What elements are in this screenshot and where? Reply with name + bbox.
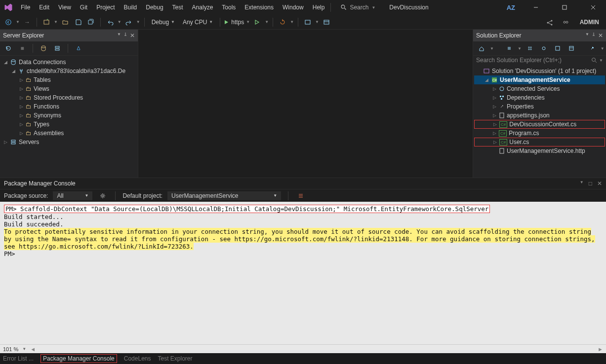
switch-view-button[interactable]	[504, 43, 515, 54]
chevron-down-icon[interactable]: ▼	[599, 58, 603, 63]
browse-button[interactable]	[302, 17, 313, 28]
tab-test-explorer[interactable]: Test Explorer	[158, 355, 193, 362]
tree-node-connection[interactable]: ◢ctndell9bhx783\localdb#a371dac6.De	[1, 67, 137, 75]
stop-button[interactable]: ■	[17, 43, 28, 54]
close-icon[interactable]: ✕	[597, 180, 602, 187]
platform-dropdown[interactable]: Any CPU▼	[180, 18, 216, 27]
scroll-left-icon[interactable]: ◄	[30, 346, 36, 352]
menu-view[interactable]: View	[54, 2, 75, 13]
clear-button[interactable]	[295, 190, 306, 201]
connect-server-button[interactable]	[52, 43, 63, 54]
solution-search-input[interactable]	[476, 57, 591, 64]
menu-tools[interactable]: Tools	[218, 2, 240, 13]
chevron-down-icon[interactable]: ▼	[54, 20, 58, 24]
menu-test[interactable]: Test	[168, 2, 187, 13]
home-button[interactable]	[476, 43, 487, 54]
save-all-button[interactable]	[85, 17, 96, 28]
connect-db-button[interactable]	[38, 43, 49, 54]
search-launch[interactable]: Search ▼	[341, 4, 375, 11]
pin-icon[interactable]	[123, 32, 128, 39]
menu-git[interactable]: Git	[76, 2, 91, 13]
pkg-source-dropdown[interactable]: All▼	[53, 191, 92, 200]
tab-error-list[interactable]: Error List ...	[3, 355, 34, 362]
chevron-down-icon[interactable]: ▼	[601, 46, 605, 51]
pmc-header[interactable]: Package Manager Console ▼ □ ✕	[0, 178, 606, 189]
tree-node-solution[interactable]: Solution 'DevDiscussion' (1 of 1 project…	[474, 67, 605, 75]
chevron-down-icon[interactable]: ▼	[290, 20, 294, 24]
tree-node-views[interactable]: ▷🗀Views	[1, 84, 137, 93]
close-icon[interactable]: ✕	[598, 32, 603, 39]
tree-node-properties[interactable]: ▷Properties	[474, 102, 605, 111]
tree-node-synonyms[interactable]: ▷🗀Synonyms	[1, 111, 137, 120]
minimize-button[interactable]	[525, 0, 547, 14]
chevron-down-icon[interactable]: ▼	[118, 20, 121, 24]
tree-node-dependencies[interactable]: ▷Dependencies	[474, 93, 605, 102]
dropdown-icon[interactable]: ▼	[580, 180, 584, 187]
forward-nav-button[interactable]: →	[22, 17, 33, 28]
scroll-right-icon[interactable]: ►	[598, 346, 603, 352]
chevron-down-icon[interactable]: ▼	[518, 46, 522, 51]
chevron-down-icon[interactable]: ▼	[22, 347, 26, 351]
save-button[interactable]	[73, 17, 83, 28]
solution-explorer-header[interactable]: Solution Explorer ▼ ✕	[473, 30, 606, 41]
redo-button[interactable]	[123, 17, 134, 28]
live-share-button[interactable]	[560, 17, 571, 28]
undo-button[interactable]	[105, 17, 116, 28]
tree-node-servers[interactable]: ▷Servers	[1, 138, 137, 146]
tree-node-devdiscussioncontext[interactable]: ▷C#DevDiscussionContext.cs	[474, 120, 605, 129]
menu-file[interactable]: File	[17, 2, 34, 13]
tree-node-functions[interactable]: ▷🗀Functions	[1, 102, 137, 111]
open-button[interactable]	[60, 17, 71, 28]
new-project-button[interactable]: +	[41, 17, 52, 28]
hot-reload-button[interactable]	[277, 17, 288, 28]
tab-codelens[interactable]: CodeLens	[124, 355, 151, 362]
tree-node-connected-services[interactable]: ▷Connected Services	[474, 84, 605, 93]
dropdown-icon[interactable]: ▼	[585, 32, 589, 39]
collapse-button[interactable]	[566, 43, 577, 54]
menu-project[interactable]: Project	[92, 2, 119, 13]
chevron-down-icon[interactable]: ▼	[265, 20, 269, 24]
tree-node-assemblies[interactable]: ▷🗀Assemblies	[1, 129, 137, 138]
server-explorer-header[interactable]: Server Explorer ▼ ✕	[0, 30, 138, 41]
menu-analyze[interactable]: Analyze	[188, 2, 217, 13]
show-all-button[interactable]	[552, 43, 563, 54]
close-button[interactable]	[582, 0, 604, 14]
maximize-icon[interactable]: □	[589, 180, 592, 187]
menu-debug[interactable]: Debug	[142, 2, 167, 13]
tree-node-data-connections[interactable]: ◢Data Connections	[1, 58, 137, 67]
tree-node-types[interactable]: ▷🗀Types	[1, 120, 137, 129]
pending-changes-button[interactable]	[525, 43, 535, 54]
pin-icon[interactable]	[591, 32, 596, 39]
settings-button[interactable]	[321, 17, 332, 28]
tree-node-tables[interactable]: ▷🗀Tables	[1, 75, 137, 84]
back-nav-button[interactable]	[3, 17, 14, 28]
menu-help[interactable]: Help	[309, 2, 329, 13]
share-button[interactable]	[544, 17, 555, 28]
menu-edit[interactable]: Edit	[35, 2, 53, 13]
azure-button[interactable]	[73, 43, 84, 54]
tree-node-http[interactable]: UserManagementService.http	[474, 146, 605, 155]
menu-build[interactable]: Build	[120, 2, 141, 13]
user-badge[interactable]: AZ	[504, 3, 518, 12]
properties-button[interactable]	[587, 43, 598, 54]
tree-node-appsettings[interactable]: ▷appsettings.json	[474, 111, 605, 120]
sync-button[interactable]	[538, 43, 549, 54]
config-dropdown[interactable]: Debug▼	[149, 18, 178, 27]
refresh-button[interactable]	[3, 43, 14, 54]
dropdown-icon[interactable]: ▼	[117, 32, 121, 39]
zoom-level[interactable]: 101 %	[3, 346, 18, 352]
start-without-debug-button[interactable]	[252, 17, 263, 28]
gear-icon[interactable]	[97, 190, 108, 201]
default-project-dropdown[interactable]: UserManagementService▼	[167, 191, 281, 200]
menu-window[interactable]: Window	[279, 2, 308, 13]
close-icon[interactable]: ✕	[130, 32, 135, 39]
menu-extensions[interactable]: Extensions	[241, 2, 278, 13]
chevron-down-icon[interactable]: ▼	[136, 20, 140, 24]
start-debug-button[interactable]: https▼	[224, 19, 250, 26]
tree-node-user[interactable]: ▷C#User.cs	[474, 138, 605, 146]
maximize-button[interactable]	[554, 0, 575, 14]
search-icon[interactable]	[591, 57, 597, 63]
chevron-down-icon[interactable]: ▼	[490, 46, 494, 51]
tab-package-manager-console[interactable]: Package Manager Console	[40, 354, 117, 363]
tree-node-sprocs[interactable]: ▷🗀Stored Procedures	[1, 93, 137, 102]
